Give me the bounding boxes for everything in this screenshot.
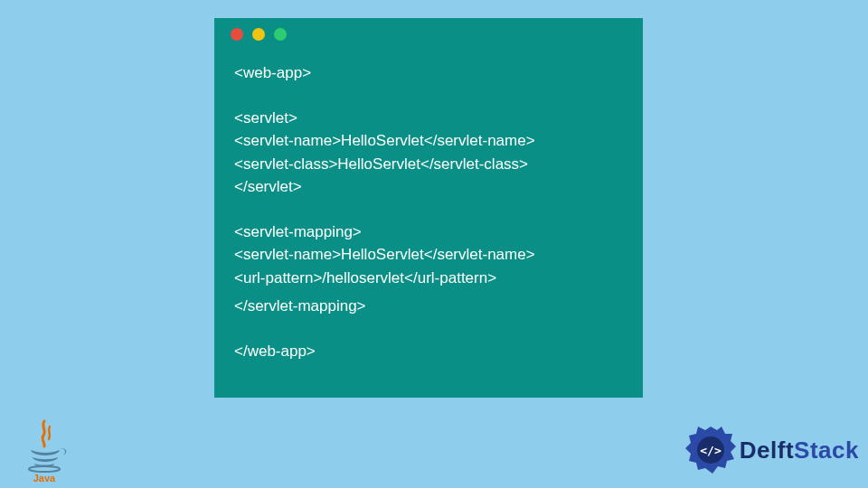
code-blank (234, 318, 623, 340)
code-window: <web-app> <servlet> <servlet-name>HelloS… (214, 18, 643, 398)
minimize-icon (252, 28, 265, 41)
brand-part1: Delft (740, 436, 794, 464)
maximize-icon (274, 28, 287, 41)
svg-point-0 (29, 466, 60, 472)
code-line: <servlet-mapping> (234, 221, 623, 244)
window-title-bar (214, 18, 643, 51)
code-blank (234, 85, 623, 107)
code-line: <url-pattern>/helloservlet</url-pattern> (234, 267, 623, 290)
code-blank (234, 199, 623, 221)
code-body: <web-app> <servlet> <servlet-name>HelloS… (214, 51, 643, 380)
svg-text:</>: </> (700, 444, 722, 457)
code-line: </servlet-mapping> (234, 295, 623, 318)
code-line: </web-app> (234, 340, 623, 363)
java-logo-text: Java (33, 473, 56, 483)
code-line: <web-app> (234, 61, 623, 85)
delftstack-logo: </> DelftStack (685, 425, 859, 475)
close-icon (231, 28, 243, 41)
delftstack-badge-icon: </> (685, 425, 736, 475)
code-line: </servlet> (234, 175, 623, 199)
code-line: <servlet-name>HelloServlet</servlet-name… (234, 243, 623, 267)
code-line: <servlet-name>HelloServlet</servlet-name… (234, 129, 623, 153)
java-logo-icon: Java (20, 418, 69, 483)
brand-part2: Stack (794, 436, 859, 464)
delftstack-text: DelftStack (740, 436, 859, 465)
code-line: <servlet-class>HelloServlet</servlet-cla… (234, 153, 623, 176)
code-line: <servlet> (234, 107, 623, 130)
